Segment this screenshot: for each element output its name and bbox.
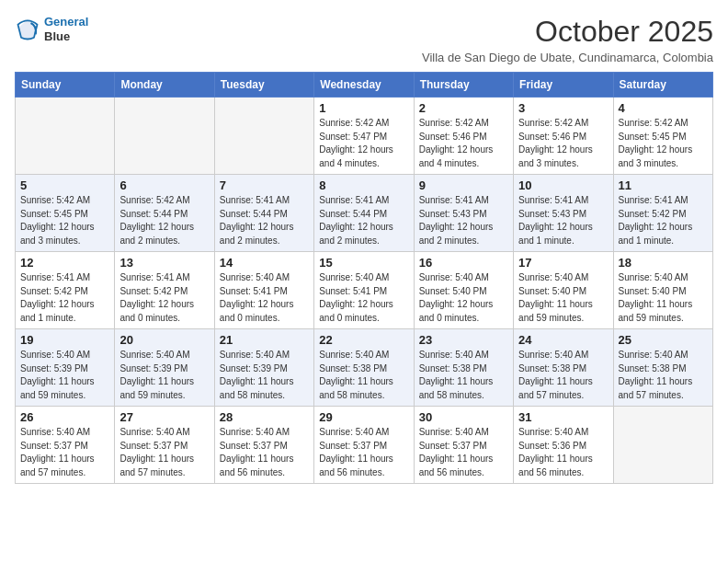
calendar-cell: 25Sunrise: 5:40 AM Sunset: 5:38 PM Dayli… — [613, 329, 712, 407]
cell-info-text: Sunrise: 5:40 AM Sunset: 5:38 PM Dayligh… — [419, 349, 508, 402]
calendar-cell: 16Sunrise: 5:40 AM Sunset: 5:40 PM Dayli… — [414, 252, 513, 329]
cell-day-number: 29 — [319, 410, 408, 424]
calendar-cell: 5Sunrise: 5:42 AM Sunset: 5:45 PM Daylig… — [16, 175, 115, 252]
cell-day-number: 8 — [319, 178, 408, 192]
column-header-saturday: Saturday — [613, 73, 712, 98]
calendar-cell: 17Sunrise: 5:40 AM Sunset: 5:40 PM Dayli… — [514, 252, 613, 329]
cell-day-number: 11 — [619, 178, 708, 192]
cell-day-number: 28 — [220, 410, 309, 424]
cell-info-text: Sunrise: 5:40 AM Sunset: 5:41 PM Dayligh… — [220, 271, 309, 325]
cell-info-text: Sunrise: 5:42 AM Sunset: 5:46 PM Dayligh… — [419, 117, 508, 170]
cell-day-number: 14 — [220, 256, 309, 270]
cell-day-number: 21 — [220, 333, 309, 347]
calendar-cell: 10Sunrise: 5:41 AM Sunset: 5:43 PM Dayli… — [514, 175, 613, 252]
cell-day-number: 30 — [419, 410, 508, 424]
calendar-cell: 11Sunrise: 5:41 AM Sunset: 5:42 PM Dayli… — [613, 175, 712, 252]
cell-day-number: 31 — [518, 410, 608, 424]
calendar-week-row: 19Sunrise: 5:40 AM Sunset: 5:39 PM Dayli… — [16, 329, 713, 407]
subtitle: Villa de San Diego de Ubate, Cundinamarc… — [422, 51, 713, 64]
calendar-cell: 23Sunrise: 5:40 AM Sunset: 5:38 PM Dayli… — [414, 329, 513, 407]
cell-info-text: Sunrise: 5:42 AM Sunset: 5:44 PM Dayligh… — [119, 194, 209, 247]
cell-info-text: Sunrise: 5:40 AM Sunset: 5:40 PM Dayligh… — [619, 271, 708, 325]
column-header-wednesday: Wednesday — [314, 73, 414, 98]
cell-day-number: 25 — [619, 333, 708, 347]
cell-day-number: 19 — [20, 333, 109, 347]
cell-info-text: Sunrise: 5:40 AM Sunset: 5:36 PM Dayligh… — [518, 426, 608, 479]
cell-info-text: Sunrise: 5:40 AM Sunset: 5:39 PM Dayligh… — [20, 349, 109, 402]
cell-day-number: 9 — [419, 178, 508, 192]
calendar-cell: 29Sunrise: 5:40 AM Sunset: 5:37 PM Dayli… — [314, 407, 414, 484]
cell-day-number: 5 — [20, 178, 109, 192]
calendar-cell — [115, 98, 214, 175]
cell-day-number: 7 — [220, 178, 309, 192]
cell-info-text: Sunrise: 5:40 AM Sunset: 5:40 PM Dayligh… — [419, 271, 508, 325]
calendar-cell: 3Sunrise: 5:42 AM Sunset: 5:46 PM Daylig… — [514, 98, 613, 175]
cell-day-number: 23 — [419, 333, 508, 347]
cell-day-number: 13 — [119, 256, 209, 270]
calendar-cell: 19Sunrise: 5:40 AM Sunset: 5:39 PM Dayli… — [16, 329, 115, 407]
cell-info-text: Sunrise: 5:42 AM Sunset: 5:47 PM Dayligh… — [319, 117, 408, 170]
column-header-tuesday: Tuesday — [214, 73, 313, 98]
cell-info-text: Sunrise: 5:40 AM Sunset: 5:41 PM Dayligh… — [319, 271, 408, 325]
cell-info-text: Sunrise: 5:41 AM Sunset: 5:42 PM Dayligh… — [119, 271, 209, 325]
cell-day-number: 12 — [20, 256, 109, 270]
calendar-cell: 12Sunrise: 5:41 AM Sunset: 5:42 PM Dayli… — [16, 252, 115, 329]
cell-day-number: 27 — [119, 410, 209, 424]
cell-info-text: Sunrise: 5:40 AM Sunset: 5:38 PM Dayligh… — [619, 349, 708, 402]
cell-info-text: Sunrise: 5:41 AM Sunset: 5:43 PM Dayligh… — [518, 194, 608, 247]
column-header-monday: Monday — [115, 73, 214, 98]
cell-info-text: Sunrise: 5:41 AM Sunset: 5:42 PM Dayligh… — [619, 194, 708, 247]
calendar-cell: 24Sunrise: 5:40 AM Sunset: 5:38 PM Dayli… — [514, 329, 613, 407]
calendar-cell: 9Sunrise: 5:41 AM Sunset: 5:43 PM Daylig… — [414, 175, 513, 252]
calendar-cell — [613, 407, 712, 484]
cell-info-text: Sunrise: 5:41 AM Sunset: 5:44 PM Dayligh… — [319, 194, 408, 247]
cell-info-text: Sunrise: 5:41 AM Sunset: 5:43 PM Dayligh… — [419, 194, 508, 247]
calendar-cell — [214, 98, 313, 175]
cell-day-number: 18 — [619, 256, 708, 270]
cell-day-number: 17 — [518, 256, 608, 270]
calendar-cell: 4Sunrise: 5:42 AM Sunset: 5:45 PM Daylig… — [613, 98, 712, 175]
title-block: October 2025 Villa de San Diego de Ubate… — [422, 15, 713, 64]
cell-day-number: 2 — [419, 101, 508, 115]
cell-info-text: Sunrise: 5:40 AM Sunset: 5:37 PM Dayligh… — [119, 426, 209, 479]
cell-info-text: Sunrise: 5:40 AM Sunset: 5:38 PM Dayligh… — [319, 349, 408, 402]
cell-info-text: Sunrise: 5:40 AM Sunset: 5:40 PM Dayligh… — [518, 271, 608, 325]
calendar-cell: 21Sunrise: 5:40 AM Sunset: 5:39 PM Dayli… — [214, 329, 313, 407]
cell-info-text: Sunrise: 5:40 AM Sunset: 5:37 PM Dayligh… — [419, 426, 508, 479]
cell-info-text: Sunrise: 5:42 AM Sunset: 5:46 PM Dayligh… — [518, 117, 608, 170]
calendar-header-row: SundayMondayTuesdayWednesdayThursdayFrid… — [16, 73, 713, 98]
column-header-friday: Friday — [514, 73, 613, 98]
calendar-cell: 31Sunrise: 5:40 AM Sunset: 5:36 PM Dayli… — [514, 407, 613, 484]
calendar-cell: 2Sunrise: 5:42 AM Sunset: 5:46 PM Daylig… — [414, 98, 513, 175]
cell-day-number: 15 — [319, 256, 408, 270]
calendar-cell — [16, 98, 115, 175]
cell-info-text: Sunrise: 5:40 AM Sunset: 5:39 PM Dayligh… — [119, 349, 209, 402]
calendar-cell: 28Sunrise: 5:40 AM Sunset: 5:37 PM Dayli… — [214, 407, 313, 484]
calendar-cell: 14Sunrise: 5:40 AM Sunset: 5:41 PM Dayli… — [214, 252, 313, 329]
cell-day-number: 6 — [119, 178, 209, 192]
calendar-week-row: 5Sunrise: 5:42 AM Sunset: 5:45 PM Daylig… — [16, 175, 713, 252]
calendar-cell: 20Sunrise: 5:40 AM Sunset: 5:39 PM Dayli… — [115, 329, 214, 407]
calendar-cell: 26Sunrise: 5:40 AM Sunset: 5:37 PM Dayli… — [16, 407, 115, 484]
cell-info-text: Sunrise: 5:41 AM Sunset: 5:42 PM Dayligh… — [20, 271, 109, 325]
cell-info-text: Sunrise: 5:40 AM Sunset: 5:37 PM Dayligh… — [20, 426, 109, 479]
logo: General Blue — [15, 15, 88, 43]
logo-icon — [15, 17, 40, 42]
cell-day-number: 3 — [518, 101, 608, 115]
cell-info-text: Sunrise: 5:40 AM Sunset: 5:37 PM Dayligh… — [220, 426, 309, 479]
calendar-week-row: 1Sunrise: 5:42 AM Sunset: 5:47 PM Daylig… — [16, 98, 713, 175]
cell-info-text: Sunrise: 5:42 AM Sunset: 5:45 PM Dayligh… — [20, 194, 109, 247]
cell-day-number: 20 — [119, 333, 209, 347]
calendar-cell: 13Sunrise: 5:41 AM Sunset: 5:42 PM Dayli… — [115, 252, 214, 329]
cell-day-number: 26 — [20, 410, 109, 424]
page-header: General Blue October 2025 Villa de San D… — [15, 15, 713, 64]
cell-info-text: Sunrise: 5:42 AM Sunset: 5:45 PM Dayligh… — [619, 117, 708, 170]
cell-info-text: Sunrise: 5:40 AM Sunset: 5:39 PM Dayligh… — [220, 349, 309, 402]
calendar-week-row: 26Sunrise: 5:40 AM Sunset: 5:37 PM Dayli… — [16, 407, 713, 484]
calendar-cell: 18Sunrise: 5:40 AM Sunset: 5:40 PM Dayli… — [613, 252, 712, 329]
cell-day-number: 24 — [518, 333, 608, 347]
calendar-week-row: 12Sunrise: 5:41 AM Sunset: 5:42 PM Dayli… — [16, 252, 713, 329]
logo-text: General Blue — [44, 15, 88, 43]
cell-day-number: 1 — [319, 101, 408, 115]
calendar-cell: 7Sunrise: 5:41 AM Sunset: 5:44 PM Daylig… — [214, 175, 313, 252]
